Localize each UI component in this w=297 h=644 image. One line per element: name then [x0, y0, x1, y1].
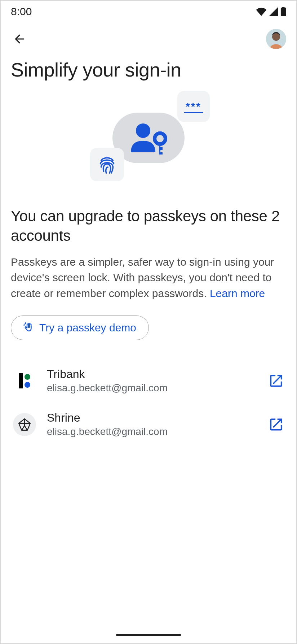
hero-illustration: *** [1, 91, 296, 185]
cellular-icon [269, 7, 278, 16]
hand-wave-icon [23, 322, 34, 333]
password-bubble-icon: *** [177, 91, 210, 122]
open-external-button[interactable] [268, 373, 284, 389]
try-demo-button[interactable]: Try a passkey demo [11, 316, 149, 340]
accounts-list: Tribank elisa.g.beckett@gmail.com Shrine… [1, 359, 296, 446]
arrow-back-icon [13, 32, 26, 46]
battery-icon [280, 7, 286, 16]
fingerprint-bubble-icon [90, 148, 124, 181]
back-button[interactable] [11, 30, 28, 48]
account-name: Tribank [47, 367, 257, 381]
device-frame: 8:00 Simplify your sign-in *** [0, 0, 297, 644]
svg-point-3 [155, 133, 165, 144]
wifi-icon [256, 7, 267, 16]
learn-more-link[interactable]: Learn more [210, 287, 265, 299]
tribank-app-icon [13, 369, 36, 392]
open-external-button[interactable] [268, 417, 284, 432]
open-in-new-icon [268, 417, 284, 432]
svg-point-2 [136, 123, 150, 138]
account-email: elisa.g.beckett@gmail.com [47, 382, 257, 394]
body-text: Passkeys are a simpler, safer way to sig… [1, 254, 296, 301]
account-text: Tribank elisa.g.beckett@gmail.com [47, 367, 257, 394]
status-time: 8:00 [11, 5, 32, 18]
avatar-image [266, 29, 286, 49]
page-title: Simplify your sign-in [1, 58, 296, 81]
password-mask: *** [186, 100, 201, 113]
account-row[interactable]: Shrine elisa.g.beckett@gmail.com [11, 402, 286, 446]
status-indicators [256, 7, 286, 16]
top-bar [1, 22, 296, 56]
sub-heading: You can upgrade to passkeys on these 2 a… [1, 206, 296, 245]
navigation-handle[interactable] [116, 634, 181, 636]
demo-button-label: Try a passkey demo [39, 322, 136, 334]
shrine-app-icon [13, 413, 36, 436]
account-email: elisa.g.beckett@gmail.com [47, 426, 257, 438]
profile-avatar[interactable] [266, 29, 286, 49]
open-in-new-icon [268, 373, 284, 389]
account-row[interactable]: Tribank elisa.g.beckett@gmail.com [11, 359, 286, 402]
account-text: Shrine elisa.g.beckett@gmail.com [47, 411, 257, 438]
account-name: Shrine [47, 411, 257, 425]
status-bar: 8:00 [1, 1, 296, 22]
